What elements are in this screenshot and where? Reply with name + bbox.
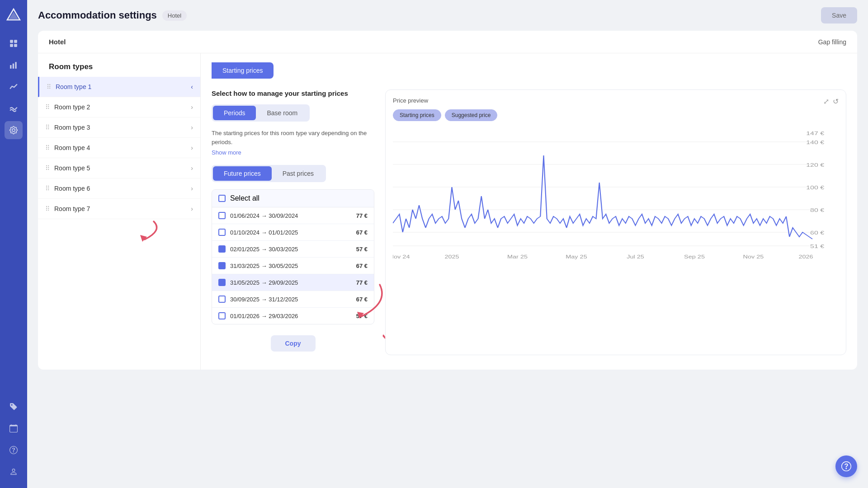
price-row-5[interactable]: 31/05/2025 → 29/09/2025 77 € bbox=[212, 274, 374, 291]
chart-reset-icon[interactable]: ↺ bbox=[833, 97, 839, 106]
svg-text:Mar 25: Mar 25 bbox=[507, 254, 528, 259]
legend-starting-prices[interactable]: Starting prices bbox=[393, 109, 441, 121]
chart-legend: Starting prices Suggested price bbox=[393, 109, 839, 121]
checkbox-2[interactable] bbox=[218, 229, 226, 236]
room-type-item-1[interactable]: ⠿ Room type 1 ‹ bbox=[38, 77, 200, 97]
date-range-6: 30/09/2025 → 31/12/2025 bbox=[230, 296, 352, 303]
price-row-1[interactable]: 01/06/2024 → 30/09/2024 77 € bbox=[212, 207, 374, 224]
checkbox-6[interactable] bbox=[218, 296, 226, 303]
sidebar-item-settings[interactable] bbox=[5, 121, 23, 139]
room-type-name-1: Room type 1 bbox=[56, 83, 186, 90]
price-row-3[interactable]: 02/01/2025 → 30/03/2025 57 € bbox=[212, 241, 374, 258]
right-panel: Starting prices Select how to manage you… bbox=[201, 53, 857, 370]
date-range-5: 31/05/2025 → 29/09/2025 bbox=[230, 279, 352, 286]
chart-panel: Price preview Starting prices Suggested … bbox=[385, 89, 846, 355]
svg-text:Jul 25: Jul 25 bbox=[627, 254, 644, 259]
price-row-2[interactable]: 01/10/2024 → 01/01/2025 67 € bbox=[212, 224, 374, 241]
svg-text:140 €: 140 € bbox=[806, 140, 824, 145]
room-type-name-2: Room type 2 bbox=[54, 103, 186, 111]
date-range-2: 01/10/2024 → 01/01/2025 bbox=[230, 229, 352, 236]
svg-rect-4 bbox=[10, 44, 13, 47]
drag-handle-5: ⠿ bbox=[45, 164, 50, 172]
select-all-checkbox[interactable] bbox=[218, 195, 226, 202]
sidebar-item-calendar[interactable] bbox=[5, 419, 23, 437]
sidebar-item-help[interactable] bbox=[5, 441, 23, 459]
room-type-name-4: Room type 4 bbox=[54, 144, 186, 151]
sidebar-item-user[interactable] bbox=[5, 463, 23, 481]
price-value-5: 77 € bbox=[356, 279, 368, 286]
checkbox-4[interactable] bbox=[218, 262, 226, 269]
sidebar-logo[interactable] bbox=[5, 7, 22, 25]
drag-handle-2: ⠿ bbox=[45, 103, 50, 111]
room-type-name-6: Room type 6 bbox=[54, 185, 186, 192]
checkbox-3[interactable] bbox=[218, 245, 226, 253]
checkbox-7[interactable] bbox=[218, 312, 226, 319]
room-type-item-5[interactable]: ⠿ Room type 5 › bbox=[38, 158, 200, 178]
chevron-left-icon-1: ‹ bbox=[191, 83, 193, 90]
support-button[interactable] bbox=[835, 455, 857, 477]
price-tabs: Future prices Past prices bbox=[212, 165, 326, 182]
svg-rect-5 bbox=[14, 44, 17, 47]
chevron-right-icon-4: › bbox=[191, 144, 193, 151]
date-range-7: 01/01/2026 → 29/03/2026 bbox=[230, 313, 352, 319]
svg-rect-3 bbox=[14, 40, 17, 43]
select-all-label: Select all bbox=[230, 194, 259, 202]
toggle-periods[interactable]: Periods bbox=[213, 106, 256, 120]
chevron-right-icon-2: › bbox=[191, 103, 193, 111]
room-type-item-4[interactable]: ⠿ Room type 4 › bbox=[38, 138, 200, 158]
save-button[interactable]: Save bbox=[821, 7, 857, 23]
room-type-item-7[interactable]: ⠿ Room type 7 › bbox=[38, 199, 200, 219]
legend-suggested-price[interactable]: Suggested price bbox=[445, 109, 498, 121]
select-all-row[interactable]: Select all bbox=[212, 190, 374, 207]
chevron-right-icon-5: › bbox=[191, 164, 193, 172]
sidebar bbox=[0, 0, 27, 488]
date-range-3: 02/01/2025 → 30/03/2025 bbox=[230, 246, 352, 253]
date-range-4: 31/03/2025 → 30/05/2025 bbox=[230, 263, 352, 269]
price-value-6: 67 € bbox=[356, 296, 368, 303]
room-type-item-6[interactable]: ⠿ Room type 6 › bbox=[38, 178, 200, 199]
checkbox-5[interactable] bbox=[218, 279, 226, 286]
checkbox-1[interactable] bbox=[218, 212, 226, 219]
room-types-header: Room types bbox=[38, 53, 200, 77]
chevron-right-icon-7: › bbox=[191, 205, 193, 212]
main-content: Accommodation settings Hotel Save Hotel … bbox=[27, 0, 868, 488]
price-preview-title: Price preview bbox=[393, 97, 839, 104]
tab-future-prices[interactable]: Future prices bbox=[213, 166, 272, 181]
room-type-item-3[interactable]: ⠿ Room type 3 › bbox=[38, 117, 200, 138]
copy-button[interactable]: Copy bbox=[271, 335, 316, 352]
section-title: Select how to manage your starting price… bbox=[212, 89, 374, 97]
show-more-link[interactable]: Show more bbox=[212, 149, 241, 156]
svg-rect-6 bbox=[10, 65, 11, 69]
chevron-right-icon-6: › bbox=[191, 185, 193, 192]
room-type-item-2[interactable]: ⠿ Room type 2 › bbox=[38, 97, 200, 117]
price-row-6[interactable]: 30/09/2025 → 31/12/2025 67 € bbox=[212, 291, 374, 308]
svg-text:100 €: 100 € bbox=[806, 185, 824, 190]
svg-rect-7 bbox=[13, 64, 14, 69]
price-row-4[interactable]: 31/03/2025 → 30/05/2025 67 € bbox=[212, 258, 374, 274]
svg-rect-2 bbox=[10, 40, 13, 43]
tab-past-prices[interactable]: Past prices bbox=[272, 166, 325, 181]
topbar: Accommodation settings Hotel Save bbox=[27, 0, 868, 31]
sidebar-item-grid[interactable] bbox=[5, 34, 23, 52]
chevron-right-icon-3: › bbox=[191, 124, 193, 131]
room-type-name-3: Room type 3 bbox=[54, 124, 186, 131]
card-header: Hotel Gap filling bbox=[38, 31, 857, 53]
svg-text:51 €: 51 € bbox=[810, 244, 824, 249]
sidebar-item-bar-chart[interactable] bbox=[5, 56, 23, 74]
sidebar-item-tag[interactable] bbox=[5, 398, 23, 416]
price-row-7[interactable]: 01/01/2026 → 29/03/2026 57 € bbox=[212, 308, 374, 324]
sidebar-item-line-chart[interactable] bbox=[5, 78, 23, 96]
price-value-2: 67 € bbox=[356, 229, 368, 236]
chart-expand-icon[interactable]: ⤢ bbox=[823, 97, 829, 106]
price-list: Select all 01/06/2024 → 30/09/2024 77 € bbox=[212, 189, 374, 324]
main-card: Hotel Gap filling Room types ⠿ Room type… bbox=[38, 31, 857, 370]
svg-text:80 €: 80 € bbox=[810, 207, 824, 213]
tab-starting-prices[interactable]: Starting prices bbox=[212, 62, 274, 79]
price-value-1: 77 € bbox=[356, 212, 368, 219]
svg-text:147 €: 147 € bbox=[806, 131, 824, 136]
sidebar-item-waves[interactable] bbox=[5, 99, 23, 117]
content-with-chart: Select how to manage your starting price… bbox=[212, 89, 846, 355]
toggle-base-room[interactable]: Base room bbox=[256, 106, 308, 120]
price-value-4: 67 € bbox=[356, 263, 368, 269]
topbar-title: Accommodation settings Hotel bbox=[38, 9, 187, 21]
